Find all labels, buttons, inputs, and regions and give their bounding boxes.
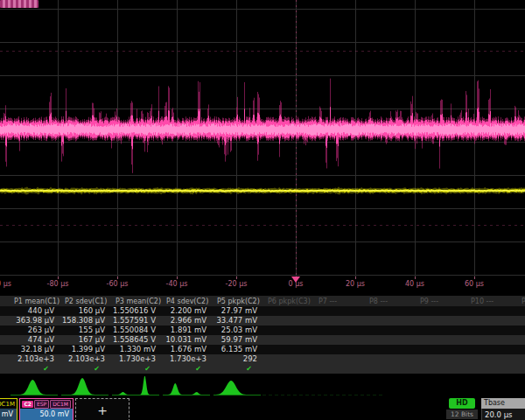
- measure-value-cell: 2.966 mV: [161, 316, 212, 326]
- hd-mode-badge[interactable]: HD: [449, 398, 475, 409]
- timebase-value: 20.0 µs: [481, 409, 525, 420]
- time-axis-label: -40 µs: [166, 280, 188, 288]
- time-axis-tick: [236, 276, 237, 279]
- measure-value-cell: 27.97 mV: [212, 306, 262, 316]
- status-check-icon: ✔: [9, 364, 60, 374]
- measure-value-row: 440 µV160 µV1.550616 V2.200 mV27.97 mV: [0, 306, 525, 316]
- measure-header-cell[interactable]: P10 ---: [466, 297, 516, 306]
- measure-value-cell: 1.557591 V: [110, 316, 161, 326]
- oscilloscope-screen: -100 µs-80 µs-60 µs-40 µs-20 µs0 µs20 µs…: [0, 0, 525, 420]
- measure-value-cell: 1.399 µV: [60, 345, 110, 354]
- hd-bits-label: 12 Bits: [446, 410, 478, 419]
- c1-coupling-label: DC1M: [0, 401, 15, 408]
- channel-box-c2[interactable]: C2 ESP DC1M 50.0 mV: [19, 398, 74, 420]
- measure-value-row: 2.103e+32.103e+31.730e+31.730e+3292: [0, 354, 525, 364]
- timebase-box[interactable]: Tbase 20.0 µs: [481, 398, 525, 420]
- measure-header-cell[interactable]: P9 ---: [415, 297, 466, 306]
- time-axis-label: -60 µs: [107, 280, 129, 288]
- add-trace-button[interactable]: +: [75, 398, 130, 420]
- measure-header-cell[interactable]: P3 mean(C2): [110, 297, 161, 306]
- channel-box-c1[interactable]: DC1M 10.0 mV: [0, 398, 18, 420]
- status-check-icon: ✔: [161, 364, 212, 374]
- measure-value-cell: 6.135 mV: [212, 345, 262, 354]
- measure-value-cell: 2.103e+3: [60, 354, 110, 364]
- measure-table: P1 mean(C1)P2 sdev(C1)P3 mean(C2)P4 sdev…: [0, 296, 525, 374]
- measure-header-row: P1 mean(C1)P2 sdev(C1)P3 mean(C2)P4 sdev…: [0, 296, 525, 306]
- c2-id-badge: C2: [22, 401, 33, 408]
- measure-value-cell: 1.330 mV: [110, 345, 161, 354]
- measure-header-cell[interactable]: P7 ---: [313, 297, 364, 306]
- measure-value-row: 263 µV155 µV1.550084 V1.891 mV25.03 mV: [0, 326, 525, 335]
- measure-header-cell[interactable]: P6 pkpk(C3): [262, 297, 313, 306]
- time-axis-tick: [177, 276, 178, 279]
- time-axis-label: -20 µs: [226, 280, 248, 288]
- measure-value-cell: 25.03 mV: [212, 326, 262, 335]
- measure-value-row: 363.98 µV158.308 µV1.557591 V2.966 mV33.…: [0, 316, 525, 326]
- c2-esp-badge: ESP: [34, 400, 49, 409]
- measure-header-cell[interactable]: P8 ---: [364, 297, 415, 306]
- top-left-pink-badge: [0, 0, 38, 8]
- measure-value-cell: 59.97 mV: [212, 335, 262, 345]
- time-axis-tick: [355, 276, 356, 279]
- measure-value-cell: 1.550084 V: [110, 326, 161, 335]
- measure-value-cell: 32.18 µV: [9, 345, 60, 354]
- measure-value-cell: 363.98 µV: [9, 316, 60, 326]
- measure-value-cell: 2.103e+3: [9, 354, 60, 364]
- time-axis-label: 20 µs: [346, 280, 365, 288]
- time-axis: -100 µs-80 µs-60 µs-40 µs-20 µs0 µs20 µs…: [0, 276, 525, 292]
- histicon-strip: [0, 375, 525, 397]
- trigger-position-marker[interactable]: [291, 276, 300, 283]
- measure-value-cell: 440 µV: [9, 306, 60, 316]
- measure-value-cell: 167 µV: [60, 335, 110, 345]
- c1-scale-value: 10.0 mV: [0, 409, 17, 420]
- measure-value-cell: 1.730e+3: [161, 354, 212, 364]
- measure-value-cell: 263 µV: [9, 326, 60, 335]
- time-axis-label: -100 µs: [0, 280, 11, 288]
- measure-value-cell: 474 µV: [9, 335, 60, 345]
- status-check-icon: ✔: [60, 364, 110, 374]
- measure-header-cell[interactable]: P4 sdev(C2): [161, 297, 212, 306]
- measure-value-cell: 158.308 µV: [60, 316, 110, 326]
- measure-value-row: 32.18 µV1.399 µV1.330 mV1.676 mV6.135 mV: [0, 345, 525, 354]
- measure-header-cell[interactable]: P11: [516, 297, 525, 306]
- c2-coupling-badge: DC1M: [50, 400, 71, 409]
- measure-value-cell: 292: [212, 354, 262, 364]
- timebase-title: Tbase: [481, 398, 525, 409]
- measure-status-row: ✔✔✔✔✔: [0, 364, 525, 374]
- time-axis-tick: [117, 276, 118, 279]
- measure-value-row: 474 µV167 µV1.558645 V10.031 mV59.97 mV: [0, 335, 525, 345]
- time-axis-label: 60 µs: [465, 280, 484, 288]
- measure-value-cell: 1.730e+3: [110, 354, 161, 364]
- measure-value-cell: 10.031 mV: [161, 335, 212, 345]
- measure-value-cell: 155 µV: [60, 326, 110, 335]
- time-axis-tick: [58, 276, 59, 279]
- time-axis-tick: [474, 276, 475, 279]
- descriptor-bar: DC1M 10.0 mV C2 ESP DC1M 50.0 mV + HD 12…: [0, 397, 525, 420]
- measure-header-cell[interactable]: P5 pkpk(C2): [212, 297, 262, 306]
- time-axis-label: 40 µs: [405, 280, 424, 288]
- c2-scale-value: 50.0 mV: [20, 409, 73, 420]
- status-check-icon: ✔: [212, 364, 262, 374]
- status-check-icon: ✔: [110, 364, 161, 374]
- measure-value-cell: 1.550616 V: [110, 306, 161, 316]
- measure-value-cell: 1.891 mV: [161, 326, 212, 335]
- measure-value-cell: 1.558645 V: [110, 335, 161, 345]
- waveform-grid-canvas[interactable]: [0, 0, 525, 276]
- measure-value-cell: 160 µV: [60, 306, 110, 316]
- measure-value-cell: 2.200 mV: [161, 306, 212, 316]
- measure-value-cell: 33.477 mV: [212, 316, 262, 326]
- measure-header-cell[interactable]: P2 sdev(C1): [60, 297, 110, 306]
- time-axis-label: -80 µs: [47, 280, 69, 288]
- measure-header-cell[interactable]: P1 mean(C1): [9, 297, 60, 306]
- measure-value-cell: 1.676 mV: [161, 345, 212, 354]
- time-axis-tick: [415, 276, 416, 279]
